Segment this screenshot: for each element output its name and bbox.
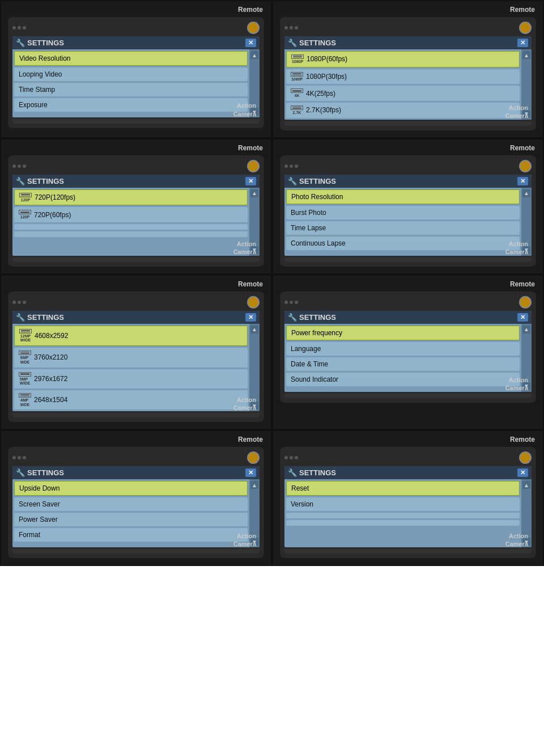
menu-item[interactable]: Exposure: [14, 98, 248, 112]
menu-item[interactable]: 120P720P(120fps): [14, 189, 248, 206]
camera-dot: [295, 456, 298, 459]
screen-body: 120P720P(120fps)120P720P(60fps)▲▼: [12, 188, 260, 256]
close-button[interactable]: ✕: [245, 468, 256, 477]
close-button[interactable]: ✕: [517, 39, 528, 47]
badge-lines: [291, 105, 303, 110]
menu-item-label: Language: [291, 345, 321, 353]
camera-top-bar: [12, 451, 260, 464]
action-camera-label: ActionCamera: [233, 102, 256, 118]
menu-list: 1080P1080P(60fps)1080P1080P(30fps)4K4K(2…: [284, 49, 521, 120]
shutter-button[interactable]: [519, 160, 532, 172]
screen-header: 🔧SETTINGS✕: [284, 36, 532, 49]
camera-dot: [284, 456, 288, 459]
scroll-up-button[interactable]: ▲: [522, 51, 530, 59]
menu-item[interactable]: Time Lapse: [286, 221, 520, 235]
menu-item[interactable]: Screen Saver: [14, 497, 248, 511]
shutter-button[interactable]: [519, 296, 532, 309]
badge-text: 5MP WIDE: [20, 377, 30, 386]
camera-dot: [284, 164, 288, 168]
menu-item-label: 2976x1672: [34, 375, 67, 383]
camera-dots: [284, 456, 298, 459]
menu-item[interactable]: 120P720P(60fps): [14, 207, 248, 222]
menu-item-label: 720P(120fps): [35, 193, 75, 201]
resolution-badge: 5MP WIDE: [19, 372, 31, 386]
menu-item-label: Reset: [291, 484, 309, 492]
scroll-up-button[interactable]: ▲: [250, 51, 258, 59]
close-button[interactable]: ✕: [245, 39, 256, 47]
shutter-button[interactable]: [247, 160, 260, 172]
camera-unit-1: Remote🔧SETTINGS✕Video ResolutionLooping …: [0, 0, 272, 138]
badge-lines: [19, 193, 32, 197]
menu-item: [14, 224, 248, 230]
resolution-badge: 2.7K: [291, 105, 303, 115]
menu-item[interactable]: Reset: [286, 481, 520, 496]
close-button[interactable]: ✕: [517, 468, 528, 477]
menu-item[interactable]: 1080P1080P(60fps): [286, 51, 520, 67]
close-button[interactable]: ✕: [245, 313, 256, 322]
camera-dot: [23, 301, 26, 304]
screen-header: 🔧SETTINGS✕: [12, 466, 260, 479]
shutter-button[interactable]: [247, 296, 260, 309]
menu-item[interactable]: Looping Video: [14, 67, 248, 81]
camera-dot: [295, 164, 298, 168]
scroll-up-button[interactable]: ▲: [250, 189, 258, 197]
menu-item[interactable]: Upside Down: [14, 481, 248, 496]
badge-text: 8MP WDE: [20, 356, 29, 364]
remote-label: Remote: [238, 144, 263, 152]
shutter-button[interactable]: [519, 22, 532, 34]
screen-header: 🔧SETTINGS✕: [284, 175, 532, 188]
menu-item[interactable]: Continuous Lapse: [286, 236, 520, 250]
menu-item[interactable]: Date & Time: [286, 357, 520, 371]
wrench-icon: 🔧: [288, 177, 297, 185]
menu-item-label: 1080P(30fps): [306, 73, 347, 81]
menu-item[interactable]: Time Stamp: [14, 83, 248, 96]
menu-item[interactable]: Sound Indicator: [286, 373, 520, 386]
shutter-button[interactable]: [247, 451, 260, 464]
menu-item[interactable]: Power Saver: [14, 513, 248, 526]
shutter-button[interactable]: [247, 22, 260, 34]
menu-item[interactable]: 4MP WDE2648x1504: [14, 390, 248, 409]
action-camera-label: ActionCamera: [505, 532, 528, 548]
menu-item[interactable]: 12MP WIDE4608x2592: [14, 326, 248, 346]
menu-item: [286, 520, 520, 526]
menu-item[interactable]: Photo Resolution: [286, 189, 520, 204]
menu-item[interactable]: 4K4K(25fps): [286, 86, 520, 101]
scroll-up-button[interactable]: ▲: [522, 326, 530, 333]
menu-list: ResetVersion: [284, 479, 521, 547]
camera-top-bar: [284, 22, 532, 34]
menu-item[interactable]: Version: [286, 497, 520, 511]
menu-item[interactable]: 1080P1080P(30fps): [286, 69, 520, 85]
menu-item[interactable]: Power frequency: [286, 326, 520, 340]
menu-item[interactable]: Video Resolution: [14, 51, 248, 66]
menu-item-label: Burst Photo: [291, 209, 326, 217]
camera-dots: [284, 164, 298, 168]
close-button[interactable]: ✕: [245, 177, 256, 185]
wrench-icon: 🔧: [288, 313, 297, 322]
menu-list: Power frequencyLanguageDate & TimeSound …: [284, 324, 521, 392]
menu-item[interactable]: 5MP WIDE2976x1672: [14, 369, 248, 388]
camera-unit-3: Remote🔧SETTINGS✕120P720P(120fps)120P720P…: [0, 138, 272, 274]
menu-item[interactable]: 2.7K2.7K(30fps): [286, 103, 520, 118]
resolution-badge: 4K: [291, 88, 303, 98]
resolution-badge: 12MP WIDE: [19, 329, 32, 343]
remote-label: Remote: [510, 280, 535, 288]
menu-list: 120P720P(120fps)120P720P(60fps): [12, 188, 249, 256]
camera-dots: [284, 26, 298, 29]
menu-item[interactable]: 8MP WDE3760x2120: [14, 348, 248, 367]
scroll-up-button[interactable]: ▲: [522, 481, 530, 489]
camera-dot: [284, 301, 288, 304]
menu-item[interactable]: Language: [286, 342, 520, 356]
scroll-up-button[interactable]: ▲: [250, 481, 258, 489]
menu-item-label: Time Stamp: [19, 86, 55, 94]
menu-item[interactable]: Burst Photo: [286, 206, 520, 219]
shutter-button[interactable]: [519, 451, 532, 464]
menu-item: [14, 231, 248, 237]
scroll-up-button[interactable]: ▲: [522, 189, 530, 197]
close-button[interactable]: ✕: [517, 177, 528, 185]
menu-item[interactable]: Format: [14, 528, 248, 542]
scroll-up-button[interactable]: ▲: [250, 326, 258, 333]
camera-top-bar: [12, 160, 260, 172]
camera-top-bar: [12, 22, 260, 34]
close-button[interactable]: ✕: [517, 313, 528, 322]
camera-bottom-bar: [284, 394, 532, 398]
